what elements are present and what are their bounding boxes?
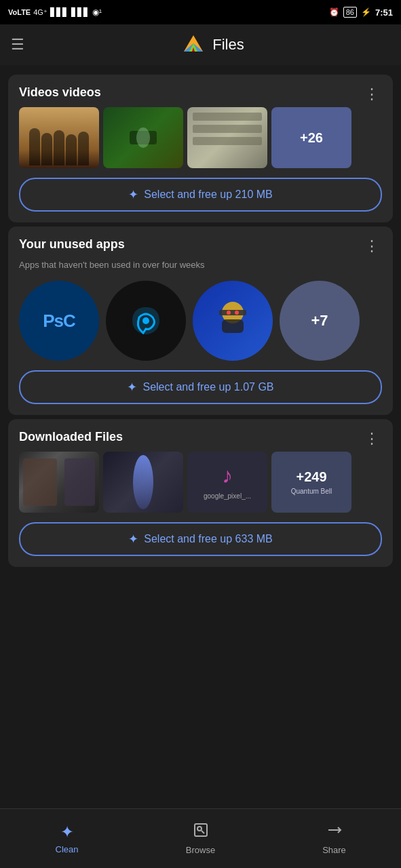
dl-filename-label: google_pixel_... (202, 491, 252, 501)
app-psc-label: PsC (43, 311, 75, 332)
signal-4g-icon: 4G⁺ (33, 8, 47, 17)
dl-thumb-3[interactable]: ♪ google_pixel_... (187, 452, 267, 513)
nav-browse[interactable]: Browse (134, 822, 267, 855)
music-note-icon: ♪ (222, 463, 233, 488)
app-icon-more-count[interactable]: +7 (280, 281, 360, 361)
video-thumb-count[interactable]: +26 (271, 107, 351, 168)
video-extra-count: +26 (300, 130, 323, 146)
videos-thumbnails-row: +26 (19, 107, 382, 168)
svg-point-10 (235, 311, 239, 315)
nav-clean[interactable]: ✦ Clean (0, 823, 134, 854)
videos-select-button[interactable]: ✦ Select and free up 210 MB (19, 178, 382, 212)
sparkle-icon-downloads: ✦ (128, 532, 138, 547)
app-header: ☰ Files (0, 24, 401, 65)
video-thumb-3-image (187, 107, 267, 168)
dl-thumb-1[interactable] (19, 452, 99, 513)
status-left-icons: VoLTE 4G⁺ ▋▋▋ ▋▋▋ ◉¹ (8, 7, 102, 17)
volte-icon: VoLTE (8, 8, 31, 16)
app-icon-photoshop-camera[interactable]: PsC (19, 281, 99, 361)
video-thumb-2[interactable] (103, 107, 183, 168)
downloaded-files-header: Downloaded Files ⋮ (19, 430, 382, 448)
bottom-navigation: ✦ Clean Browse Share (0, 808, 401, 868)
downloaded-files-thumbnails: ♪ google_pixel_... +249 Quantum Bell (19, 452, 382, 513)
dl-thumb-2[interactable] (103, 452, 183, 513)
videos-title: Videos videos (19, 85, 101, 100)
downloaded-files-select-button[interactable]: ✦ Select and free up 633 MB (19, 522, 382, 556)
share-icon (326, 822, 343, 842)
sparkle-icon-videos: ✦ (128, 187, 138, 202)
video-thumb-1-image (19, 107, 99, 168)
unused-apps-header: Your unused apps ⋮ (19, 237, 382, 255)
dl-extra-count: +249 (296, 469, 326, 485)
app-icon-quik[interactable] (106, 281, 186, 361)
app-extra-count: +7 (311, 312, 328, 330)
charging-icon: ⚡ (361, 7, 371, 17)
quik-logo (126, 300, 166, 341)
battery-level: 86 (343, 7, 357, 18)
unused-apps-title: Your unused apps (19, 237, 125, 252)
unused-apps-select-button[interactable]: ✦ Select and free up 1.07 GB (19, 370, 382, 404)
unused-apps-subtitle: Apps that haven't been used in over four… (19, 259, 382, 271)
svg-line-13 (202, 831, 204, 833)
browse-icon (193, 822, 209, 842)
signal-bars-icon: ▋▋▋ (50, 7, 69, 17)
svg-point-5 (142, 317, 149, 324)
nav-share[interactable]: Share (267, 822, 401, 855)
menu-button[interactable]: ☰ (11, 36, 24, 54)
dl-thumb-count[interactable]: +249 Quantum Bell (271, 452, 351, 513)
svg-point-12 (197, 827, 202, 831)
nav-browse-label: Browse (186, 845, 215, 855)
video-thumb-2-image (103, 107, 183, 168)
downloaded-files-select-label: Select and free up 633 MB (144, 533, 272, 545)
nav-clean-label: Clean (56, 844, 79, 854)
downloaded-files-title: Downloaded Files (19, 430, 123, 444)
svg-rect-7 (222, 319, 244, 333)
unused-apps-section: Your unused apps ⋮ Apps that haven't bee… (8, 226, 393, 415)
dl-count-label: Quantum Bell (291, 488, 332, 495)
dl-thumb-1-image (19, 452, 99, 513)
alarm-icon: ⏰ (329, 7, 339, 17)
status-right-icons: ⏰ 86 ⚡ 7:51 (329, 7, 393, 18)
videos-select-label: Select and free up 210 MB (144, 189, 272, 201)
video-count-overlay: +26 (271, 107, 351, 168)
sparkle-icon-apps: ✦ (127, 380, 137, 395)
status-bar: VoLTE 4G⁺ ▋▋▋ ▋▋▋ ◉¹ ⏰ 86 ⚡ 7:51 (0, 0, 401, 24)
svg-rect-8 (219, 310, 246, 315)
app-icon-ninja[interactable] (193, 281, 273, 361)
clock-time: 7:51 (375, 7, 393, 18)
app-logo-area: Files (35, 33, 390, 57)
clean-icon: ✦ (60, 823, 74, 842)
video-thumb-3[interactable] (187, 107, 267, 168)
signal-bars2-icon: ▋▋▋ (71, 7, 90, 17)
dl-thumb-2-image (103, 452, 183, 513)
videos-section-header: Videos videos ⋮ (19, 85, 382, 103)
files-logo-icon (181, 33, 206, 57)
ninja-icon (206, 294, 260, 348)
main-scroll-area: Videos videos ⋮ (0, 65, 401, 632)
downloaded-files-more-button[interactable]: ⋮ (362, 430, 382, 448)
nav-share-label: Share (322, 845, 346, 855)
unused-apps-more-button[interactable]: ⋮ (362, 237, 382, 255)
video-thumb-1[interactable] (19, 107, 99, 168)
downloaded-files-section: Downloaded Files ⋮ ♪ google_pixel_... (8, 419, 393, 567)
svg-point-9 (227, 311, 231, 315)
app-icons-row: PsC (19, 281, 382, 361)
wifi-icon: ◉¹ (92, 7, 102, 17)
videos-more-button[interactable]: ⋮ (362, 85, 382, 103)
unused-apps-select-label: Select and free up 1.07 GB (142, 381, 273, 393)
videos-section: Videos videos ⋮ (8, 75, 393, 222)
app-title: Files (212, 36, 244, 54)
